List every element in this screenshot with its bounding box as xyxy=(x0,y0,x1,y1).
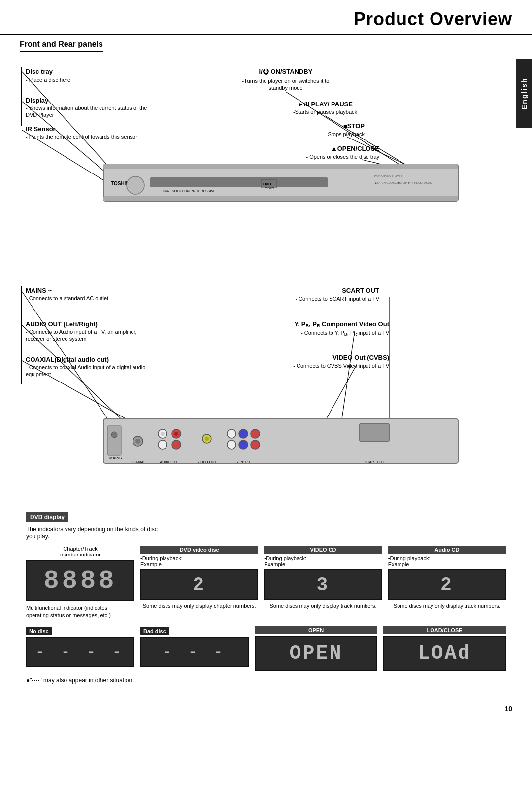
svg-rect-58 xyxy=(107,426,121,455)
bad-disc-display: - - - xyxy=(140,637,249,667)
svg-text:- Place a disc here: - Place a disc here xyxy=(26,77,70,83)
svg-point-28 xyxy=(127,176,144,194)
svg-point-62 xyxy=(135,439,140,444)
acd-playback-label: •During playback: xyxy=(388,555,506,561)
acd-desc: Some discs may only display track number… xyxy=(388,602,506,610)
vcd-col: VIDEO CD •During playback: Example 3 Som… xyxy=(264,546,382,620)
dvd-example-label: Example xyxy=(140,561,258,567)
svg-text:VIDEO: VIDEO xyxy=(265,187,274,190)
svg-text:- Shows information about the : - Shows information about the current st… xyxy=(26,105,147,111)
bad-disc-label: Bad disc xyxy=(140,627,169,635)
svg-point-76 xyxy=(251,440,260,449)
rear-panel-diagram: MAINS ~ - Connects to a standard AC outl… xyxy=(20,282,512,496)
svg-point-73 xyxy=(251,429,260,438)
svg-point-64 xyxy=(161,432,165,436)
svg-text:MAINS ~: MAINS ~ xyxy=(26,287,52,294)
svg-point-66 xyxy=(174,432,178,436)
multi-indicator-desc: Multifunctional indicator (indicates ope… xyxy=(26,604,134,620)
svg-text:DVD: DVD xyxy=(263,182,271,186)
acd-example-label: Example xyxy=(388,561,506,567)
svg-text:- Connects to a standard AC ou: - Connects to a standard AC outlet xyxy=(26,295,108,301)
svg-text:▲OPEN/CLOSE  ■STOP  ►/II PLAY/: ▲OPEN/CLOSE ■STOP ►/II PLAY/PAUSE xyxy=(374,181,432,184)
page-header: Product Overview xyxy=(0,0,532,35)
svg-point-75 xyxy=(239,440,248,449)
vcd-col-label: VIDEO CD xyxy=(264,546,382,554)
load-close-seg-display: LOAd xyxy=(383,636,506,671)
svg-text:COAXIAL(Digital audio out): COAXIAL(Digital audio out) xyxy=(26,356,109,363)
svg-text:Y PB PR: Y PB PR xyxy=(236,460,250,464)
vcd-seg-display: 3 xyxy=(264,569,382,600)
acd-seg-display: 2 xyxy=(388,569,506,600)
chapter-track-label: Chapter/Track number indicator xyxy=(26,546,134,557)
svg-text:VIDEO Out (CVBS): VIDEO Out (CVBS) xyxy=(332,354,389,361)
svg-text:HI-RESOLUTION PROGRESSIVE: HI-RESOLUTION PROGRESSIVE xyxy=(163,189,216,193)
open-seg-display: OPEN xyxy=(255,636,377,671)
dvd-seg-display: 2 xyxy=(140,569,258,600)
svg-text:- Connects to Audio input of a: - Connects to Audio input of a TV, an am… xyxy=(26,329,137,335)
dvd-desc: Some discs may only display chapter numb… xyxy=(140,602,258,610)
dvd-disc-col: DVD video disc •During playback: Example… xyxy=(140,546,258,620)
page-number: 10 xyxy=(0,700,532,718)
dvd-display-title: DVD display xyxy=(26,512,68,522)
svg-text:- Connects to CVBS Video input: - Connects to CVBS Video input of a TV xyxy=(293,363,389,369)
acd-col-label: Audio CD xyxy=(388,546,506,554)
svg-point-74 xyxy=(227,440,236,449)
svg-text:DVD VIDEO PLAYER: DVD VIDEO PLAYER xyxy=(374,175,403,178)
main-content: Front and Rear panels Disc tray - Place … xyxy=(0,35,532,700)
dvd-col-label: DVD video disc xyxy=(140,546,258,554)
svg-text:- Opens or closes the disc tra: - Opens or closes the disc tray xyxy=(306,154,379,160)
svg-line-8 xyxy=(22,72,113,172)
no-disc-label: No disc xyxy=(26,627,52,635)
svg-point-70 xyxy=(205,437,209,441)
open-col: OPEN OPEN xyxy=(255,626,377,671)
svg-rect-57 xyxy=(103,419,458,463)
open-col-label: OPEN xyxy=(255,626,377,634)
load-close-col: LOAD/CLOSE LOAd xyxy=(383,626,506,671)
svg-text:Y, PB, PR Component Video Out: Y, PB, PR Component Video Out xyxy=(294,320,389,328)
svg-text:receiver or stereo system: receiver or stereo system xyxy=(26,336,86,342)
no-disc-col: No disc - - - - xyxy=(26,626,134,667)
main-display-col: Chapter/Track number indicator 8888 Mult… xyxy=(26,546,134,620)
acd-col: Audio CD •During playback: Example 2 Som… xyxy=(388,546,506,620)
svg-text:COAXIAL: COAXIAL xyxy=(131,460,145,464)
svg-text:standby mode: standby mode xyxy=(268,85,302,91)
english-tab: English xyxy=(516,59,532,128)
svg-text:Display: Display xyxy=(26,97,49,104)
svg-point-68 xyxy=(172,440,181,449)
load-close-label: LOAD/CLOSE xyxy=(383,626,506,634)
svg-text:AUDIO OUT (Left/Right): AUDIO OUT (Left/Right) xyxy=(26,320,98,328)
svg-rect-81 xyxy=(360,424,389,441)
main-seg-display: 8888 xyxy=(26,560,134,601)
bottom-note: ●"----" may also appear in other situati… xyxy=(26,677,506,684)
svg-text:- Connects to Y, PB, PR input : - Connects to Y, PB, PR input of a TV xyxy=(301,330,390,337)
svg-line-46 xyxy=(22,325,138,435)
svg-text:- Connects to SCART input of a: - Connects to SCART input of a TV xyxy=(295,296,379,302)
svg-rect-36 xyxy=(21,286,22,384)
vcd-example-label: Example xyxy=(264,561,382,567)
svg-rect-26 xyxy=(103,196,458,201)
dvd-playback-label: •During playback: xyxy=(140,555,258,561)
svg-point-72 xyxy=(239,429,248,438)
svg-text:equipment: equipment xyxy=(26,371,51,377)
svg-text:-Starts or pauses playback: -Starts or pauses playback xyxy=(293,109,358,115)
svg-rect-29 xyxy=(150,177,328,187)
section-title: Front and Rear panels xyxy=(20,40,103,52)
svg-point-67 xyxy=(158,440,167,449)
svg-text:I/⏻ ON/STANDBY: I/⏻ ON/STANDBY xyxy=(259,68,313,75)
svg-point-59 xyxy=(111,432,117,438)
svg-text:SCART OUT: SCART OUT xyxy=(342,287,379,294)
svg-rect-0 xyxy=(21,67,22,126)
svg-text:-Turns the player on or switch: -Turns the player on or switches it to xyxy=(242,78,330,84)
vcd-desc: Some discs may only display track number… xyxy=(264,602,382,610)
svg-line-9 xyxy=(22,102,113,179)
svg-text:VIDEO OUT: VIDEO OUT xyxy=(198,460,217,464)
no-disc-display: - - - - xyxy=(26,637,134,667)
vcd-playback-label: •During playback: xyxy=(264,555,382,561)
svg-text:MAINS ~: MAINS ~ xyxy=(109,456,126,460)
svg-text:Disc tray: Disc tray xyxy=(26,68,53,75)
svg-text:AUDIO OUT: AUDIO OUT xyxy=(160,460,180,464)
front-panel-diagram: Disc tray - Place a disc here Display - … xyxy=(20,63,512,272)
svg-point-71 xyxy=(227,429,236,438)
page-title: Product Overview xyxy=(354,9,512,29)
svg-rect-25 xyxy=(103,164,458,169)
